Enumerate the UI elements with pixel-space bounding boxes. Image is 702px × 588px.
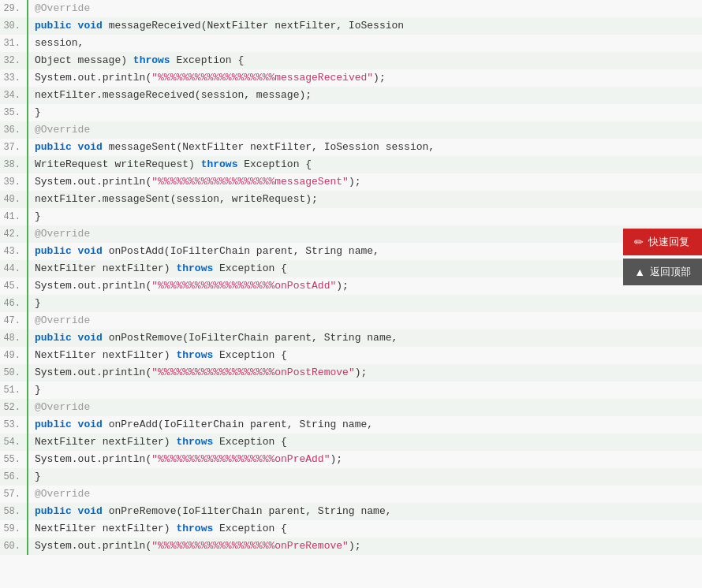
code-token: @Override (35, 228, 90, 240)
code-line: 54.NextFilter nextFilter) throws Excepti… (0, 434, 702, 451)
line-content: } (28, 468, 702, 486)
pencil-icon: ✏ (634, 236, 644, 248)
code-line: 39.System.out.println("%%%%%%%%%%%%%%%%%… (0, 173, 702, 191)
back-top-button[interactable]: ▲ 返回顶部 (623, 259, 702, 285)
line-content: System.out.println("%%%%%%%%%%%%%%%%%%%m… (28, 173, 702, 191)
line-content: NextFilter nextFilter) throws Exception … (28, 434, 702, 451)
code-line: 45.System.out.println("%%%%%%%%%%%%%%%%%… (0, 277, 702, 295)
line-content: public void messageReceived(NextFilter n… (28, 17, 702, 35)
code-token: @Override (35, 314, 90, 326)
code-line: 43.public void onPostAdd(IoFilterChain p… (0, 243, 702, 260)
line-number: 54. (0, 434, 28, 451)
code-token: void (78, 20, 109, 32)
code-token: void (78, 419, 109, 430)
line-number: 48. (0, 329, 28, 347)
line-content: @Override (28, 225, 702, 243)
code-token: throws (201, 158, 238, 170)
line-number: 55. (0, 451, 28, 468)
code-token: public (35, 245, 78, 257)
line-number: 45. (0, 277, 28, 295)
code-token: "%%%%%%%%%%%%%%%%%%%onPostRemove" (151, 367, 354, 378)
code-token: throws (176, 349, 213, 361)
line-number: 44. (0, 260, 28, 277)
line-number: 49. (0, 347, 28, 364)
line-number: 59. (0, 520, 28, 538)
code-line: 59.NextFilter nextFilter) throws Excepti… (0, 520, 702, 538)
line-number: 41. (0, 208, 28, 225)
code-line: 49.NextFilter nextFilter) throws Excepti… (0, 347, 702, 364)
code-token: void (78, 332, 109, 344)
code-line: 29.@Override (0, 0, 702, 17)
floating-buttons: ✏ 快速回复 ▲ 返回顶部 (623, 229, 702, 285)
code-token: throws (133, 54, 170, 66)
line-number: 50. (0, 364, 28, 381)
quick-reply-button[interactable]: ✏ 快速回复 (623, 229, 702, 255)
line-content: public void messageSent(NextFilter nextF… (28, 139, 702, 156)
code-line: 41.} (0, 208, 702, 225)
code-lines: 29.@Override30.public void messageReceiv… (0, 0, 702, 555)
line-content: public void onPreRemove(IoFilterChain pa… (28, 503, 702, 520)
code-line: 47.@Override (0, 312, 702, 329)
code-line: 36.@Override (0, 121, 702, 139)
code-token: @Override (35, 488, 90, 500)
code-token: @Override (35, 401, 90, 413)
line-content: System.out.println("%%%%%%%%%%%%%%%%%%%o… (28, 364, 702, 381)
code-line: 56.} (0, 468, 702, 486)
code-line: 57.@Override (0, 486, 702, 503)
line-number: 51. (0, 381, 28, 399)
code-line: 32.Object message) throws Exception { (0, 52, 702, 69)
code-line: 35.} (0, 104, 702, 121)
code-line: 58.public void onPreRemove(IoFilterChain… (0, 503, 702, 520)
code-line: 34.nextFilter.messageReceived(session, m… (0, 87, 702, 104)
line-number: 56. (0, 468, 28, 486)
code-line: 33.System.out.println("%%%%%%%%%%%%%%%%%… (0, 69, 702, 87)
line-content: @Override (28, 399, 702, 416)
quick-reply-label: 快速回复 (648, 235, 689, 249)
line-content: @Override (28, 486, 702, 503)
line-content: @Override (28, 121, 702, 139)
code-token: public (35, 332, 78, 344)
code-line: 37.public void messageSent(NextFilter ne… (0, 139, 702, 156)
code-token: throws (176, 436, 213, 448)
line-content: public void onPostRemove(IoFilterChain p… (28, 329, 702, 347)
line-number: 33. (0, 69, 28, 87)
line-number: 53. (0, 416, 28, 434)
line-number: 39. (0, 173, 28, 191)
code-token: "%%%%%%%%%%%%%%%%%%%onPreAdd" (151, 453, 330, 465)
code-line: 42.@Override (0, 225, 702, 243)
code-token: public (35, 141, 78, 153)
line-content: NextFilter nextFilter) throws Exception … (28, 520, 702, 538)
code-token: "%%%%%%%%%%%%%%%%%%%messageSent" (151, 176, 349, 188)
line-number: 36. (0, 121, 28, 139)
line-content: Object message) throws Exception { (28, 52, 702, 69)
line-number: 58. (0, 503, 28, 520)
line-number: 57. (0, 486, 28, 503)
line-number: 37. (0, 139, 28, 156)
code-token: public (35, 505, 78, 517)
line-number: 35. (0, 104, 28, 121)
code-token: public (35, 20, 78, 32)
code-line: 55.System.out.println("%%%%%%%%%%%%%%%%%… (0, 451, 702, 468)
line-content: @Override (28, 0, 702, 17)
code-line: 50.System.out.println("%%%%%%%%%%%%%%%%%… (0, 364, 702, 381)
line-number: 31. (0, 35, 28, 52)
line-content: @Override (28, 312, 702, 329)
line-content: } (28, 104, 702, 121)
code-line: 52.@Override (0, 399, 702, 416)
code-line: 38.WriteRequest writeRequest) throws Exc… (0, 156, 702, 173)
line-number: 32. (0, 52, 28, 69)
code-token: throws (176, 523, 213, 534)
line-number: 30. (0, 17, 28, 35)
line-content: System.out.println("%%%%%%%%%%%%%%%%%%%o… (28, 538, 702, 555)
line-content: WriteRequest writeRequest) throws Except… (28, 156, 702, 173)
line-number: 43. (0, 243, 28, 260)
line-content: nextFilter.messageSent(session, writeReq… (28, 191, 702, 208)
code-line: 46.} (0, 295, 702, 312)
chevron-up-icon: ▲ (634, 266, 645, 278)
code-token: "%%%%%%%%%%%%%%%%%%%onPreRemove" (151, 540, 349, 552)
code-line: 51.} (0, 381, 702, 399)
code-token: @Override (35, 124, 90, 136)
code-line: 60.System.out.println("%%%%%%%%%%%%%%%%%… (0, 538, 702, 555)
line-content: System.out.println("%%%%%%%%%%%%%%%%%%%o… (28, 277, 702, 295)
line-number: 60. (0, 538, 28, 555)
